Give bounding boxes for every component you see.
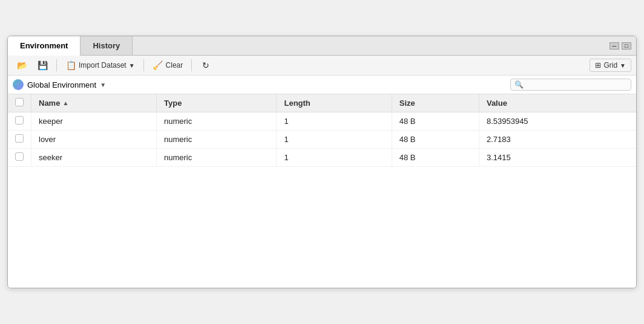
separator-1 <box>56 59 57 71</box>
table-row: keeper numeric 1 48 B 8.53953945 <box>8 112 636 131</box>
cell-type: numeric <box>157 149 277 167</box>
environment-color-icon <box>13 79 24 90</box>
row-checkbox[interactable] <box>15 134 24 143</box>
col-header-size[interactable]: Size <box>392 94 479 112</box>
minimize-button[interactable]: ─ <box>610 42 619 50</box>
search-input[interactable] <box>524 80 627 89</box>
search-box[interactable]: 🔍 <box>510 79 631 91</box>
table-header-row: Name ▲ Type Length Size Value <box>8 94 636 112</box>
separator-3 <box>191 59 192 71</box>
row-checkbox-cell[interactable] <box>8 112 31 131</box>
import-label: Import Dataset <box>79 61 126 70</box>
save-button[interactable]: 💾 <box>33 58 51 73</box>
sort-arrow-icon: ▲ <box>62 100 68 106</box>
tab-history[interactable]: History <box>80 36 133 55</box>
cell-size: 48 B <box>392 112 479 131</box>
cell-value: 2.7183 <box>479 131 636 149</box>
table-row: lover numeric 1 48 B 2.7183 <box>8 131 636 149</box>
open-button[interactable]: 📂 <box>13 58 31 73</box>
row-checkbox-cell[interactable] <box>8 149 31 167</box>
open-folder-icon: 📂 <box>16 60 27 71</box>
cell-length: 1 <box>277 131 392 149</box>
row-checkbox-cell[interactable] <box>8 131 31 149</box>
cell-size: 48 B <box>392 149 479 167</box>
import-dataset-button[interactable]: 📋 Import Dataset ▼ <box>62 58 139 73</box>
cell-size: 48 B <box>392 131 479 149</box>
col-header-length[interactable]: Length <box>277 94 392 112</box>
grid-icon: ⊞ <box>595 61 601 70</box>
separator-2 <box>143 59 144 71</box>
col-header-type[interactable]: Type <box>157 94 277 112</box>
cell-value: 3.1415 <box>479 149 636 167</box>
save-icon: 💾 <box>37 60 48 71</box>
cell-length: 1 <box>277 149 392 167</box>
col-header-value[interactable]: Value <box>479 94 636 112</box>
clear-button[interactable]: 🧹 Clear <box>149 58 187 73</box>
col-header-name[interactable]: Name ▲ <box>31 94 157 112</box>
tab-bar: Environment History ─ □ <box>8 36 636 56</box>
row-checkbox[interactable] <box>15 116 24 125</box>
import-caret-icon: ▼ <box>129 62 135 69</box>
grid-label: Grid <box>603 61 617 70</box>
cell-name: seeker <box>31 149 157 167</box>
cell-name: lover <box>31 131 157 149</box>
cell-type: numeric <box>157 112 277 131</box>
refresh-icon: ↻ <box>200 60 211 71</box>
toolbar: 📂 💾 📋 Import Dataset ▼ 🧹 Clear ↻ ⊞ Grid … <box>8 56 636 76</box>
row-checkbox[interactable] <box>15 152 24 161</box>
maximize-button[interactable]: □ <box>622 42 631 50</box>
col-header-checkbox[interactable] <box>8 94 31 112</box>
data-table: Name ▲ Type Length Size Value <box>8 94 636 167</box>
refresh-button[interactable]: ↻ <box>197 58 215 73</box>
search-icon: 🔍 <box>514 80 524 89</box>
cell-length: 1 <box>277 112 392 131</box>
clear-broom-icon: 🧹 <box>153 60 163 71</box>
grid-view-button[interactable]: ⊞ Grid ▼ <box>590 59 631 72</box>
empty-area <box>8 167 636 288</box>
environment-caret-icon: ▼ <box>100 82 106 88</box>
cell-type: numeric <box>157 131 277 149</box>
environment-selector[interactable]: Global Environment ▼ <box>13 79 106 90</box>
cell-value: 8.53953945 <box>479 112 636 131</box>
table-row: seeker numeric 1 48 B 3.1415 <box>8 149 636 167</box>
import-icon: 📋 <box>65 60 76 71</box>
environment-bar: Global Environment ▼ 🔍 <box>8 76 636 94</box>
rstudio-environment-panel: Environment History ─ □ 📂 💾 📋 Import Dat… <box>7 36 637 288</box>
environment-label: Global Environment <box>27 80 96 89</box>
grid-caret-icon: ▼ <box>620 62 626 69</box>
clear-label: Clear <box>166 61 183 70</box>
window-controls: ─ □ <box>610 36 636 55</box>
select-all-checkbox[interactable] <box>15 98 24 106</box>
cell-name: keeper <box>31 112 157 131</box>
tab-environment[interactable]: Environment <box>8 36 80 56</box>
